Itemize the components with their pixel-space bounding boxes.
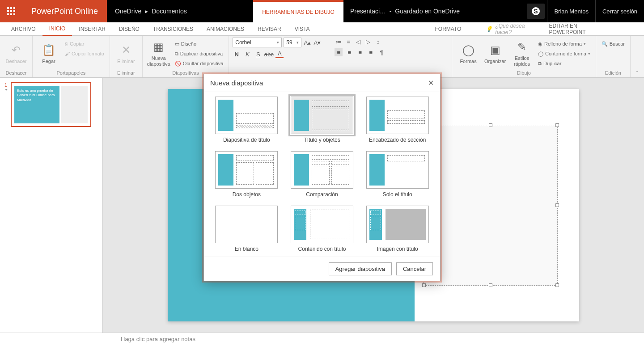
grow-font-icon[interactable]: A▴ [303,38,311,46]
shape-fill-button[interactable]: ◉Relleno de forma▾ [536,39,592,48]
group-font-paragraph: Corbel▾ 59▾ A▴ A▾ N K S abc A ≔ ≡ ◁ [229,36,452,77]
tab-transiciones[interactable]: TRANSICIONES [146,22,200,36]
layout-two-content[interactable]: Dos objetos [212,151,281,198]
layout-content-caption[interactable]: Contenido con título [288,206,357,252]
duplicate-shape-button[interactable]: ⧉Duplicar [536,59,592,68]
increase-indent-button[interactable]: ▷ [364,38,372,46]
context-tab-drawing[interactable]: HERRAMIENTAS DE DIBUJO [253,0,343,22]
new-slide-dialog: Nueva diapositiva ✕ Diapositiva de títul… [203,74,441,281]
chevron-right-icon: ▸ [145,8,148,15]
slide-thumb-1[interactable]: 1 ✦ Esto es una prueba de PowerPoint Onl… [4,82,98,127]
align-justify-button[interactable]: ≡ [367,48,375,56]
svg-rect-0 [7,7,9,9]
group-delete: ✕ Eliminar Eliminar [110,36,143,77]
tab-inicio[interactable]: INICIO [42,22,72,36]
tell-me-search[interactable]: 💡 ¿Qué desea hacer? [486,23,542,35]
duplicate-slide-button[interactable]: ⧉Duplicar diapositiva [173,49,225,58]
user-name[interactable]: Brian Mentos [547,0,595,22]
copy-button[interactable]: ⎘Copiar [63,39,106,48]
notes-pane[interactable]: Haga clic para agregar notas [0,333,644,346]
find-button[interactable]: 🔍Buscar [600,39,627,48]
tab-vista[interactable]: VISTA [288,22,317,36]
text-direction-button[interactable]: ↕ [374,38,382,46]
numbering-button[interactable]: ≡ [344,38,352,46]
layout-button[interactable]: ▭Diseño [173,39,225,48]
layout-title-content[interactable]: Título y objetos [288,97,357,143]
new-slide-button[interactable]: ▦ Nueva diapositiva [146,38,171,69]
hide-icon: 🚫 [175,61,181,67]
shapes-button[interactable]: ◯Formas [456,38,481,69]
layout-comparison[interactable]: Comparación [288,151,357,198]
svg-rect-1 [10,7,12,9]
svg-rect-5 [13,10,15,12]
tab-formato[interactable]: FORMATO [428,22,468,36]
group-drawing: ◯Formas ▣Organizar ✎Estilos rápidos ◉Rel… [452,36,596,77]
tab-archivo[interactable]: ARCHIVO [4,22,42,36]
layout-title-slide[interactable]: Diapositiva de título [212,97,281,143]
document-name[interactable]: Presentaci… - Guardado en OneDrive [343,0,466,22]
svg-rect-2 [13,7,15,9]
underline-button[interactable]: S [254,50,262,58]
format-painter-button[interactable]: 🖌Copiar formato [63,49,106,58]
layout-title-only[interactable]: Solo el título [363,151,432,198]
chevron-down-icon: ▾ [297,40,299,45]
bold-button[interactable]: N [233,50,241,58]
add-slide-button[interactable]: Agregar diapositiva [329,262,392,275]
tab-insertar[interactable]: INSERTAR [72,22,112,36]
paste-button[interactable]: 📋 Pegar [36,38,61,69]
collapse-ribbon-icon[interactable]: ⌃ [636,70,639,75]
decrease-indent-button[interactable]: ◁ [354,38,362,46]
group-label-undo: Deshacer [4,70,29,76]
fill-icon: ◉ [538,41,542,47]
tab-revisar[interactable]: REVISAR [251,22,288,36]
tab-diseno[interactable]: DISEÑO [112,22,146,36]
align-right-button[interactable]: ≡ [356,48,364,56]
layout-picture-caption[interactable]: Imagen con título [363,206,432,252]
brush-icon: 🖌 [65,51,70,56]
close-icon[interactable]: ✕ [428,79,434,87]
bullets-button[interactable]: ≔ [335,38,343,46]
slide-panel: 1 ✦ Esto es una prueba de PowerPoint Onl… [0,78,103,333]
group-undo: ↶ Deshacer Deshacer [0,36,33,77]
quick-styles-button[interactable]: ✎Estilos rápidos [509,38,534,69]
shape-outline-button[interactable]: ◯Contorno de forma▾ [536,49,592,58]
undo-button[interactable]: ↶ Deshacer [4,38,29,69]
align-left-button[interactable]: ≡ [335,48,343,56]
align-center-button[interactable]: ≡ [345,48,353,56]
sign-out-link[interactable]: Cerrar sesión [595,0,644,22]
edit-in-powerpoint[interactable]: EDITAR EN POWERPOINT [542,22,622,36]
group-label-clipboard: Portapapeles [36,70,106,76]
saved-status: Guardado en OneDrive [395,8,460,15]
cancel-button[interactable]: Cancelar [396,262,433,275]
breadcrumb[interactable]: OneDrive ▸ Documentos [107,0,195,22]
selection-box[interactable] [424,125,558,286]
new-slide-label: Nueva diapositiva [146,55,171,66]
group-clipboard: 📋 Pegar ⎘Copiar 🖌Copiar formato Portapap… [33,36,110,77]
strike-button[interactable]: abc [265,50,273,58]
app-launcher-icon[interactable] [0,0,22,22]
font-color-button[interactable]: A [275,50,284,58]
layout-grid: Diapositiva de título Título y objetos E… [212,97,432,252]
skype-icon[interactable]: S [527,4,545,19]
thumb-preview[interactable]: Esto es una prueba de PowerPoint Online … [11,82,91,127]
font-name-select[interactable]: Corbel▾ [233,38,282,47]
arrange-button[interactable]: ▣Organizar [483,38,508,69]
rtl-button[interactable]: ¶ [377,48,386,56]
sep: - [390,8,392,15]
styles-icon: ✎ [515,40,529,54]
hide-slide-button[interactable]: 🚫Ocultar diapositiva [173,59,225,68]
breadcrumb-root[interactable]: OneDrive [115,8,141,15]
layout-blank[interactable]: En blanco [212,206,281,252]
new-slide-icon: ▦ [152,40,166,54]
shrink-font-icon[interactable]: A▾ [313,38,321,46]
italic-button[interactable]: K [243,50,251,58]
delete-button[interactable]: ✕ Eliminar [114,38,139,69]
dialog-title: Nueva diapositiva [210,79,263,87]
tell-me-placeholder: ¿Qué desea hacer? [495,23,542,35]
delete-icon: ✕ [119,43,133,57]
tab-animaciones[interactable]: ANIMACIONES [200,22,251,36]
doc-name-text: Presentaci… [350,8,386,15]
layout-section-header[interactable]: Encabezado de sección [363,97,432,143]
breadcrumb-folder[interactable]: Documentos [152,8,187,15]
font-size-select[interactable]: 59▾ [284,38,301,47]
